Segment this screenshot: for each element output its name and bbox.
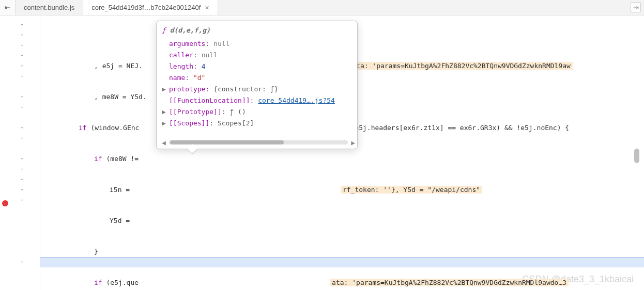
execution-line-highlight: [40, 257, 644, 267]
object-preview-popover: ƒ d(d,e,f,g) arguments: null caller: nul…: [156, 21, 358, 149]
inline-value: rf_token: ''}, Y5d = "/weapi/cdns": [341, 186, 482, 194]
close-icon[interactable]: ×: [205, 4, 209, 12]
inline-value: ', data: 'params=KuJtbgA%2FhZ882Vc%2BTQn…: [334, 62, 573, 70]
fold-dash[interactable]: -: [20, 133, 24, 142]
fold-dash[interactable]: -: [20, 30, 24, 39]
dock-icon: ⇥: [633, 4, 639, 11]
function-location-link[interactable]: core_54dd419….js?54: [258, 96, 335, 104]
fold-dash[interactable]: -: [20, 51, 24, 60]
fold-dash[interactable]: -: [20, 20, 24, 29]
popover-signature: ƒ d(d,e,f,g): [162, 26, 355, 34]
fold-dash[interactable]: -: [20, 71, 24, 80]
scroll-thumb[interactable]: [170, 140, 284, 144]
fold-dash[interactable]: -: [20, 174, 24, 184]
inline-value: ata: 'params=KuJtbgA%2FhZ882Vc%2BTQnw9VD…: [330, 279, 569, 286]
expand-icon[interactable]: ▶: [162, 106, 169, 118]
fold-dash[interactable]: -: [20, 257, 24, 266]
fold-dash[interactable]: -: [20, 61, 24, 70]
fold-dash[interactable]: -: [20, 164, 24, 173]
tab-label: content.bundle.js: [24, 4, 74, 11]
gutter[interactable]: - - - - - - - - - - - - - - - -: [0, 15, 40, 290]
back-icon: ⇤: [5, 4, 10, 11]
fold-dash[interactable]: -: [20, 102, 24, 111]
expand-icon[interactable]: ▶: [162, 84, 169, 95]
tab-core[interactable]: core_54dd419d3f…b7cb24e001240f ×: [83, 0, 218, 15]
dock-right-button[interactable]: ⇥: [631, 2, 641, 12]
tab-content-bundle[interactable]: content.bundle.js: [16, 0, 83, 15]
tab-bar: ⇤ content.bundle.js core_54dd419d3f…b7cb…: [0, 0, 644, 15]
breakpoint-marker[interactable]: [2, 200, 8, 206]
expand-icon[interactable]: ▶: [162, 118, 169, 129]
fold-dash[interactable]: -: [20, 123, 24, 132]
nav-back-button[interactable]: ⇤: [0, 0, 16, 15]
fold-dash[interactable]: -: [20, 195, 24, 204]
fold-dash[interactable]: -: [20, 40, 24, 50]
fold-dash[interactable]: -: [20, 185, 24, 194]
tab-label: core_54dd419d3f…b7cb24e001240f: [91, 4, 201, 11]
fold-dash[interactable]: -: [20, 154, 24, 163]
scroll-right-icon[interactable]: ▶: [351, 139, 355, 147]
scroll-left-icon[interactable]: ◀: [162, 139, 166, 147]
fold-dash[interactable]: -: [20, 92, 24, 101]
